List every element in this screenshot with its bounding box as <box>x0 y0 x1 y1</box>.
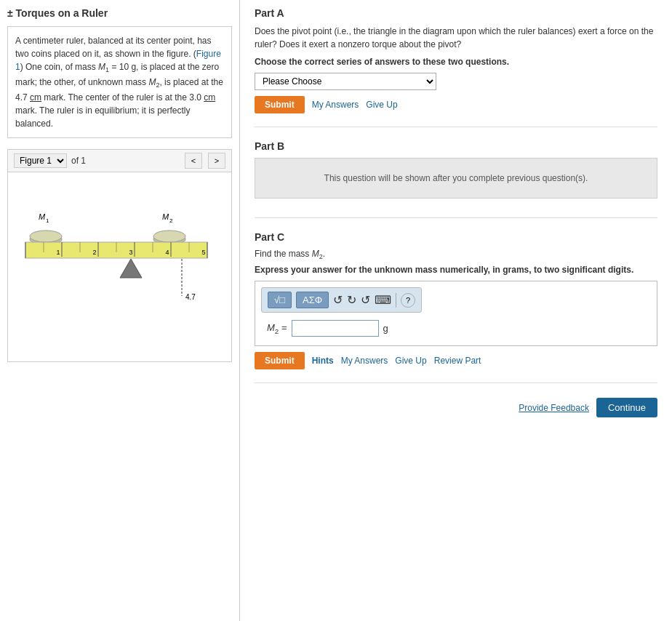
part-a-give-up-btn[interactable]: Give Up <box>366 100 397 110</box>
help-btn[interactable]: ? <box>401 293 415 308</box>
part-b-title: Part B <box>255 140 657 152</box>
continue-btn[interactable]: Continue <box>596 398 657 417</box>
problem-text: A centimeter ruler, balanced at its cent… <box>15 34 224 130</box>
part-b-locked-text: This question will be shown after you co… <box>324 173 588 183</box>
keyboard-btn[interactable]: ⌨ <box>375 293 391 307</box>
figure-panel: Figure 1 of 1 < > M 1 M 2 <box>7 149 232 362</box>
svg-text:M: M <box>162 212 169 221</box>
part-c-title: Part C <box>255 231 657 243</box>
figure-link[interactable]: Figure 1 <box>15 49 221 72</box>
refresh-btn[interactable]: ↺ <box>361 293 370 307</box>
answer-label: M2 = <box>267 322 287 335</box>
part-c-section: Part C Find the mass M2. Express your an… <box>255 231 657 383</box>
bottom-actions: Provide Feedback Continue <box>255 398 657 417</box>
svg-text:4.7: 4.7 <box>185 293 196 301</box>
part-a-dropdown[interactable]: Please Choose Yes, Yes Yes, No No, Yes N… <box>255 73 436 90</box>
svg-text:2: 2 <box>92 249 96 256</box>
symbol-btn[interactable]: √□ <box>268 292 292 308</box>
greek-btn[interactable]: ΑΣΦ <box>296 292 329 308</box>
svg-point-7 <box>153 231 185 242</box>
math-toolbar: √□ ΑΣΦ ↺ ↻ ↺ ⌨ ? <box>261 287 422 313</box>
right-panel: Part A Does the pivot point (i.e., the t… <box>240 0 672 621</box>
svg-point-5 <box>30 231 62 242</box>
part-c-give-up-btn[interactable]: Give Up <box>395 356 426 366</box>
svg-text:4: 4 <box>165 249 169 256</box>
part-a-action-row: Submit My Answers Give Up <box>255 96 657 113</box>
part-a-my-answers-btn[interactable]: My Answers <box>312 100 359 110</box>
redo-btn[interactable]: ↻ <box>347 293 356 307</box>
part-c-instruction: Express your answer for the unknown mass… <box>255 265 657 275</box>
svg-text:5: 5 <box>201 249 205 256</box>
part-a-section: Part A Does the pivot point (i.e., the t… <box>255 7 657 127</box>
left-panel: ± Torques on a Ruler A centimeter ruler,… <box>0 0 240 621</box>
problem-title: ± Torques on a Ruler <box>7 7 232 19</box>
toolbar-separator <box>396 293 396 308</box>
figure-selector[interactable]: Figure 1 <box>14 153 67 168</box>
part-a-instruction: Choose the correct series of answers to … <box>255 57 657 67</box>
symbol-sqrt-icon: √□ <box>274 295 285 305</box>
svg-text:3: 3 <box>129 249 132 256</box>
part-c-action-row: Submit Hints My Answers Give Up Review P… <box>255 352 657 369</box>
ruler-diagram: M 1 M 2 <box>18 187 222 347</box>
svg-text:1: 1 <box>46 217 49 224</box>
svg-text:M: M <box>39 212 46 221</box>
part-c-review-btn[interactable]: Review Part <box>434 356 481 366</box>
part-c-hints-btn[interactable]: Hints <box>312 356 334 366</box>
part-a-title: Part A <box>255 7 657 19</box>
figure-header: Figure 1 of 1 < > <box>8 150 231 172</box>
part-b-locked-box: This question will be shown after you co… <box>255 158 657 199</box>
figure-of-label: of 1 <box>71 156 86 166</box>
undo-btn[interactable]: ↺ <box>333 293 343 307</box>
svg-text:2: 2 <box>169 217 173 224</box>
figure-body: M 1 M 2 <box>8 172 231 361</box>
svg-text:1: 1 <box>56 249 60 256</box>
svg-marker-25 <box>120 259 142 278</box>
provide-feedback-btn[interactable]: Provide Feedback <box>519 403 589 413</box>
answer-input[interactable] <box>292 320 379 337</box>
part-b-section: Part B This question will be shown after… <box>255 140 657 218</box>
greek-icon: ΑΣΦ <box>303 295 322 305</box>
figure-next-btn[interactable]: > <box>208 153 225 169</box>
answer-unit: g <box>383 323 388 334</box>
answer-row: M2 = g <box>261 317 651 340</box>
part-c-submit-btn[interactable]: Submit <box>255 352 305 369</box>
part-a-dropdown-row: Please Choose Yes, Yes Yes, No No, Yes N… <box>255 73 657 90</box>
part-c-find-text: Find the mass M2. <box>255 249 657 260</box>
part-a-submit-btn[interactable]: Submit <box>255 96 305 113</box>
problem-description: A centimeter ruler, balanced at its cent… <box>7 26 232 138</box>
figure-prev-btn[interactable]: < <box>185 153 202 169</box>
part-c-my-answers-btn[interactable]: My Answers <box>341 356 388 366</box>
math-input-box: √□ ΑΣΦ ↺ ↻ ↺ ⌨ ? M2 = <box>255 281 657 346</box>
part-a-question: Does the pivot point (i.e., the triangle… <box>255 25 657 51</box>
